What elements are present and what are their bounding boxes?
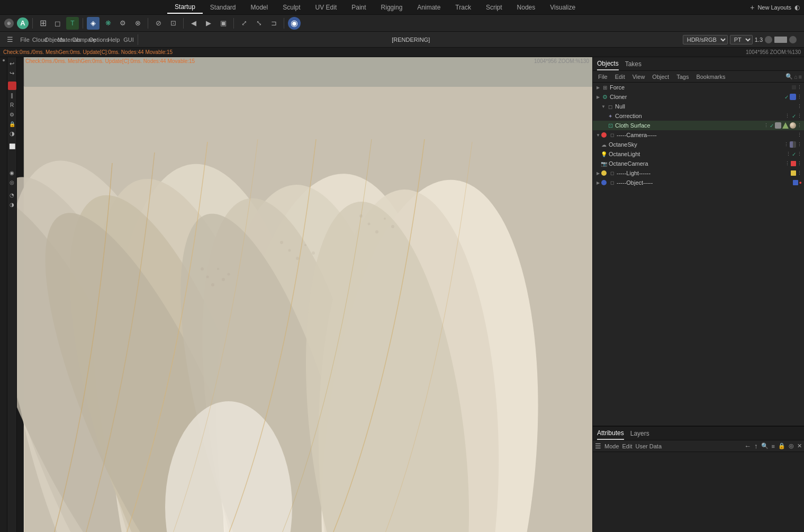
redo-side-icon[interactable]: ↪ <box>8 69 16 77</box>
gradient-swatch[interactable] <box>774 37 787 43</box>
viewport[interactable]: Check:0ms./0ms. MeshGen:0ms. Update[C]:0… <box>17 57 592 532</box>
pt-select[interactable]: PT <box>730 35 753 44</box>
cloth-mat-2[interactable] <box>782 122 789 129</box>
prev-frame-icon[interactable]: ◀ <box>187 17 200 30</box>
object-expand[interactable]: ▶ <box>595 179 601 186</box>
objects-home-icon[interactable]: ⌂ <box>794 74 798 80</box>
objects-search-icon[interactable]: 🔍 <box>785 73 793 80</box>
tree-item-null[interactable]: ▼ ◻ Null ⋮ <box>593 102 804 111</box>
cube-icon[interactable]: ◻ <box>51 17 64 30</box>
color-swatch-2[interactable] <box>789 36 797 43</box>
next-frame-icon[interactable]: ▶ <box>202 17 215 30</box>
tab-sculpt[interactable]: Sculpt <box>275 2 308 13</box>
user-data-label[interactable]: User Data <box>636 443 662 449</box>
tree-item-camera-group[interactable]: ▼ ◻ -----Camera----- ⋮ <box>593 130 804 140</box>
tab-nodes[interactable]: Nodes <box>510 2 543 13</box>
tree-item-cloth-surface[interactable]: ⊡ Cloth Surface ⋮ ✓ ⋮ <box>593 121 804 130</box>
obj-edit-menu[interactable]: Edit <box>612 73 628 81</box>
move-icon[interactable]: ❋ <box>102 17 114 30</box>
build-icon[interactable]: ⚙ <box>8 110 16 119</box>
tab-animate[interactable]: Animate <box>410 2 448 13</box>
tab-objects[interactable]: Objects <box>597 58 619 70</box>
tree-item-light-group[interactable]: ▶ ◻ -----Light------ ⋮ <box>593 168 804 178</box>
options-menu[interactable]: Options <box>92 33 106 47</box>
rotate-icon[interactable]: ⚙ <box>116 17 129 30</box>
cloner-expand[interactable]: ▶ <box>595 94 601 100</box>
mode-label[interactable]: Mode <box>604 443 619 449</box>
plus-button[interactable]: + <box>750 3 754 12</box>
mirror-icon[interactable]: ⊡ <box>167 17 179 30</box>
layout-icon[interactable]: ⊞ <box>37 17 49 30</box>
tab-startup[interactable]: Startup <box>167 1 203 14</box>
attr-filter-icon[interactable]: ≡ <box>772 443 775 449</box>
pause-icon[interactable]: ‖ <box>8 91 16 100</box>
play-icon[interactable]: ▣ <box>217 17 230 30</box>
tab-script[interactable]: Script <box>478 2 510 13</box>
select-icon[interactable]: ◈ <box>87 17 100 30</box>
sphere2-icon[interactable]: ◎ <box>8 178 16 186</box>
shape-circle[interactable]: ◑ <box>8 129 16 138</box>
obj-view-menu[interactable]: View <box>629 73 648 81</box>
light-expand[interactable]: ▶ <box>595 170 601 176</box>
sky-mat[interactable] <box>790 141 796 148</box>
hamburger-attr[interactable]: ☰ <box>595 442 601 450</box>
tab-uv-edit[interactable]: UV Edit <box>308 2 345 13</box>
dial-icon[interactable]: ◔ <box>8 191 16 199</box>
color-swatch-dark[interactable] <box>765 36 772 43</box>
attr-lock-icon[interactable]: 🔒 <box>778 443 785 449</box>
tree-item-force[interactable]: ▶ ⊞ Force ⋮ <box>593 83 804 92</box>
force-expand[interactable]: ▶ <box>595 84 601 91</box>
tab-model[interactable]: Model <box>243 2 276 13</box>
null-icon[interactable]: T <box>66 17 79 30</box>
tab-standard[interactable]: Standard <box>203 2 243 13</box>
tree-item-cloner[interactable]: ▶ ⚙ Cloner ✓ ⋮ <box>593 92 804 102</box>
render-icon[interactable]: ◉ <box>288 17 301 30</box>
tree-item-octane-sky[interactable]: ☁ OctaneSky ⋮ ⋮ <box>593 140 804 149</box>
camera-expand[interactable]: ▼ <box>595 132 601 138</box>
obj-file-menu[interactable]: File <box>595 73 611 81</box>
tree-item-octane-camera[interactable]: 📷 OctaneCamera ⋮ ⋮ <box>593 159 804 168</box>
edit-label[interactable]: Edit <box>622 443 633 449</box>
lock-icon[interactable]: 🔒 <box>8 120 16 128</box>
top-right-icon[interactable]: ◐ <box>794 4 800 11</box>
gui-menu[interactable]: GUI <box>122 33 135 47</box>
scale-icon[interactable]: ⊗ <box>131 17 144 30</box>
file-menu[interactable]: File <box>18 33 32 47</box>
live-viewer-icon[interactable]: A <box>17 17 29 29</box>
hamburger-icon[interactable]: ☰ <box>3 33 17 47</box>
reset-icon[interactable]: R <box>8 101 16 109</box>
dial2-icon[interactable]: ◑ <box>8 200 16 209</box>
paint-icon[interactable]: ⊐ <box>267 17 280 30</box>
attr-search-icon[interactable]: 🔍 <box>761 443 769 449</box>
pt-dropdown[interactable]: PT <box>730 35 753 44</box>
tree-item-octane-light[interactable]: 💡 OctaneLight ⋮ ✓ ⋮ <box>593 149 804 159</box>
attr-pin-icon[interactable]: ◎ <box>789 443 794 449</box>
undo-icon[interactable]: ⊕ <box>3 17 15 29</box>
obj-tags-menu[interactable]: Tags <box>673 73 692 81</box>
attr-close-icon[interactable]: ✕ <box>797 443 802 449</box>
tab-attributes[interactable]: Attributes <box>597 427 624 440</box>
stop-icon[interactable] <box>8 82 16 90</box>
hdr-select[interactable]: HDR/sRGB <box>683 35 728 44</box>
rect-icon[interactable]: ⬜ <box>8 142 16 150</box>
export-icon[interactable]: ⤡ <box>252 17 265 30</box>
tab-paint[interactable]: Paint <box>344 2 373 13</box>
sphere-icon[interactable]: ◉ <box>8 168 16 177</box>
cloth-mat-3[interactable] <box>790 122 796 129</box>
tree-item-object-group[interactable]: ▶ ◻ -----Object----- ● <box>593 178 804 187</box>
attr-forward-icon[interactable]: ↑ <box>754 442 758 450</box>
help-menu[interactable]: Help <box>107 33 121 47</box>
tree-item-correction[interactable]: ✦ Correction ⋮ ✓ ⋮ <box>593 111 804 121</box>
extrude-icon[interactable]: ⊘ <box>152 17 165 30</box>
cloth-mat-1[interactable] <box>775 122 781 129</box>
obj-bookmarks-menu[interactable]: Bookmarks <box>693 73 728 81</box>
tab-takes[interactable]: Takes <box>625 58 642 70</box>
tab-track[interactable]: Track <box>448 2 478 13</box>
objects-settings-icon[interactable]: ≡ <box>799 74 802 80</box>
attr-back-icon[interactable]: ← <box>744 442 751 450</box>
tab-rigging[interactable]: Rigging <box>374 2 410 13</box>
null-expand[interactable]: ▼ <box>600 103 607 110</box>
tab-visualize[interactable]: Visualize <box>543 2 583 13</box>
obj-object-menu[interactable]: Object <box>649 73 672 81</box>
tab-layers[interactable]: Layers <box>630 428 649 439</box>
